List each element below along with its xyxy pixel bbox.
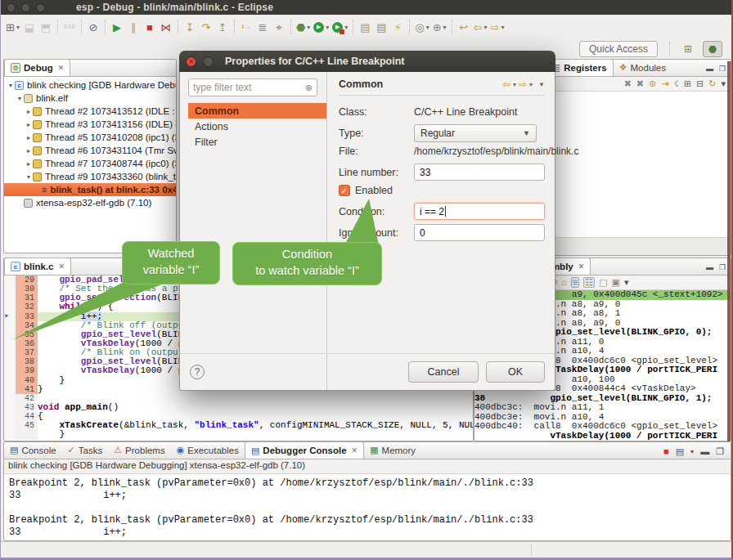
editor-margin[interactable]: [4, 385, 16, 394]
editor-margin[interactable]: [4, 357, 16, 366]
chevron-down-icon[interactable]: ▾: [426, 24, 429, 31]
step-over-icon[interactable]: ↷: [198, 18, 214, 36]
editor-margin[interactable]: [4, 366, 16, 375]
dialog-titlebar[interactable]: ✕ Properties for C/C++ Line Breakpoint: [179, 51, 555, 72]
save-all-icon[interactable]: ⬒: [38, 18, 54, 36]
tree-expanded-icon[interactable]: ▾: [25, 173, 33, 181]
tab-tasks[interactable]: ✓Tasks: [62, 441, 109, 459]
close-icon[interactable]: ✕: [578, 262, 585, 271]
annotate-icon[interactable]: ⊕▾: [431, 18, 448, 36]
chevron-down-icon[interactable]: ▾: [501, 24, 504, 31]
window-minimize-icon[interactable]: [21, 3, 30, 12]
tab-registers[interactable]: ≣ Registers: [546, 59, 614, 76]
open-new-view-icon[interactable]: ▢: [599, 278, 607, 287]
debug-icon[interactable]: ⬣▾: [295, 18, 312, 36]
back-icon[interactable]: ⇦▾: [472, 18, 489, 36]
code-line[interactable]: 45 xTaskCreate(&blink_task, "blink_task"…: [4, 421, 473, 430]
ok-button[interactable]: OK: [486, 361, 545, 383]
tab-modules[interactable]: ❖ Modules: [614, 59, 672, 76]
tab-memory[interactable]: ▦Memory: [364, 441, 421, 459]
display-console-icon[interactable]: ▤: [676, 447, 684, 456]
window-close-icon[interactable]: [7, 3, 16, 12]
minimize-icon[interactable]: ▬: [706, 263, 713, 271]
tree-item[interactable]: ▾blink.elf: [4, 92, 176, 105]
last-edit-icon[interactable]: ↩: [456, 18, 472, 36]
editor-margin[interactable]: [4, 403, 16, 412]
save-icon[interactable]: ⬓: [21, 18, 38, 36]
code-line[interactable]: }: [4, 430, 473, 439]
sync-selection-icon[interactable]: ≡: [571, 277, 579, 288]
add-register-group-icon[interactable]: ⊛: [649, 79, 656, 88]
editor-margin[interactable]: [4, 412, 16, 421]
tree-item[interactable]: ▾Thread #9 1073433360 (blink_task: [4, 170, 176, 183]
chevron-down-icon[interactable]: ▾: [326, 24, 329, 31]
collapse-all-icon[interactable]: ⊟: [696, 79, 704, 88]
chevron-down-icon[interactable]: ▾: [307, 24, 310, 31]
show-debug-console-icon[interactable]: ≣: [254, 18, 271, 36]
resume-icon[interactable]: ▶: [109, 18, 125, 36]
tree-item[interactable]: ▸Thread #3 1073413156 (IDLE) (Suspended): [4, 118, 176, 131]
clear-filter-icon[interactable]: ⊗: [305, 83, 313, 93]
tree-item[interactable]: ▸Thread #7 1073408744 (ipc0) (Suspended): [4, 157, 176, 170]
ignore-count-input[interactable]: 0: [414, 224, 545, 241]
new-wizard-icon[interactable]: ⊞▾: [4, 18, 21, 36]
quick-access-button[interactable]: Quick Access: [579, 41, 658, 57]
editor-margin[interactable]: [4, 376, 16, 385]
chevron-down-icon[interactable]: ▾: [443, 24, 447, 31]
forward-icon[interactable]: ⇨▾: [489, 18, 506, 36]
chevron-down-icon[interactable]: ▾: [344, 24, 348, 31]
toggle-mark-icon[interactable]: ◎▾: [413, 18, 430, 36]
type-select[interactable]: Regular ▼: [414, 124, 537, 142]
tree-item[interactable]: ▸Thread #5 1073410208 (ipc1) (Suspended): [4, 131, 176, 144]
maximize-icon[interactable]: ❐: [719, 65, 726, 73]
tree-collapsed-icon[interactable]: ▸: [25, 147, 33, 155]
cancel-button[interactable]: Cancel: [408, 361, 479, 383]
view-menu-icon[interactable]: ▾: [624, 278, 629, 287]
maximize-icon[interactable]: ❐: [719, 263, 726, 271]
home-icon[interactable]: ⌂: [561, 278, 567, 287]
remove-all-icon[interactable]: ✖: [636, 79, 644, 88]
close-icon[interactable]: ✕: [352, 446, 358, 455]
tree-collapsed-icon[interactable]: ▸: [25, 134, 33, 141]
disassembly-line[interactable]: 400dbc40: call8 0x400dc6c0 <gpio_set_lev…: [474, 422, 731, 432]
step-return-icon[interactable]: ↥: [214, 18, 231, 36]
tree-collapsed-icon[interactable]: ▸: [25, 121, 33, 128]
debug-perspective-icon[interactable]: ⬣: [703, 41, 722, 57]
open-resource-icon[interactable]: ▤: [373, 18, 389, 36]
enabled-checkbox[interactable]: ✓: [339, 185, 350, 196]
maximize-icon[interactable]: ❐: [716, 447, 724, 456]
view-menu-icon[interactable]: ▼: [538, 81, 545, 88]
stack-frame-item[interactable]: ≡blink_task() at blink.c:33 0x400db: [4, 183, 176, 196]
filter-input[interactable]: type filter text ⊗: [188, 78, 317, 96]
dialog-restore-icon[interactable]: [203, 56, 214, 67]
line-number-input[interactable]: 33: [414, 164, 545, 181]
external-tools-icon[interactable]: ▶▾: [331, 18, 349, 36]
tree-item[interactable]: ▸Thread #2 1073413512 (IDLE : Running): [4, 105, 176, 118]
minimize-icon[interactable]: ▬: [706, 65, 713, 73]
tree-expanded-icon[interactable]: ▾: [16, 95, 24, 102]
condition-input[interactable]: i == 2: [414, 203, 545, 220]
drop-to-frame-icon[interactable]: ⌖: [271, 18, 287, 36]
skip-breakpoints-icon[interactable]: ⊘: [85, 18, 101, 36]
chevron-down-icon[interactable]: ▾: [513, 81, 516, 88]
editor-margin[interactable]: [4, 430, 16, 439]
editor-margin[interactable]: [4, 394, 16, 403]
restore-default-icon[interactable]: ⇥: [661, 79, 668, 88]
pin-icon[interactable]: ☇: [674, 79, 679, 88]
step-into-icon[interactable]: ↧: [182, 18, 198, 36]
dialog-nav-filter[interactable]: Filter: [188, 134, 326, 150]
disconnect-icon[interactable]: ⋈: [158, 18, 174, 36]
flash-icon[interactable]: ⚡: [389, 18, 406, 36]
tab-blink-c[interactable]: c blink.c ✕: [4, 258, 71, 275]
console-output[interactable]: Breakpoint 2, blink_task (pvParameter=0x…: [4, 473, 731, 540]
chevron-down-icon[interactable]: ▾: [690, 448, 694, 455]
forward-icon[interactable]: ⇨: [519, 78, 527, 90]
close-icon[interactable]: ✕: [58, 64, 65, 72]
back-icon[interactable]: ⇦: [502, 78, 510, 90]
tree-item[interactable]: ▾cblink checking [GDB Hardware Debugging…: [4, 78, 176, 92]
show-source-icon[interactable]: ☷: [583, 277, 595, 288]
tree-collapsed-icon[interactable]: ▸: [25, 160, 33, 168]
tree-expanded-icon[interactable]: ▾: [7, 82, 15, 89]
expand-all-icon[interactable]: ⊞: [684, 79, 691, 88]
close-icon[interactable]: ✕: [58, 262, 65, 271]
